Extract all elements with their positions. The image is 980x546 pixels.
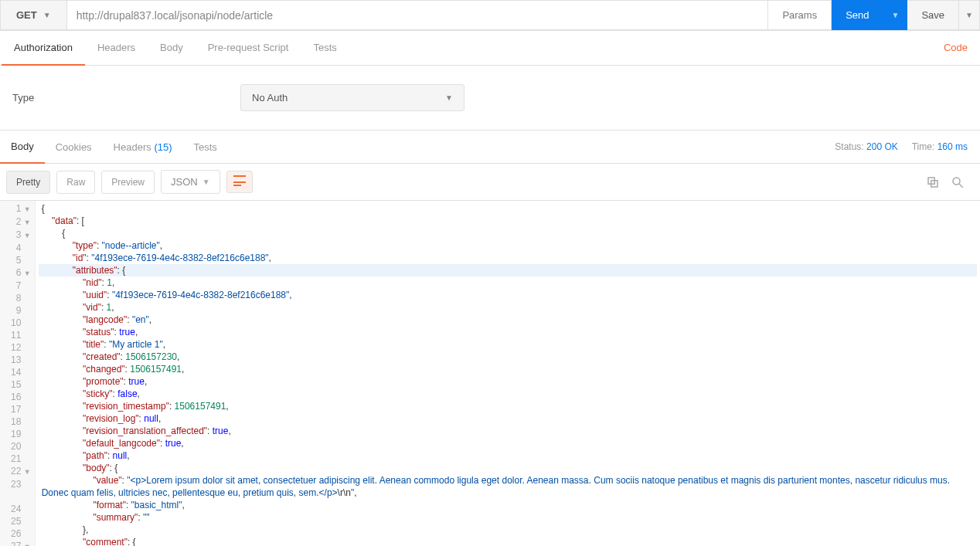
svg-point-2: [953, 178, 960, 185]
search-icon[interactable]: [951, 175, 965, 189]
response-code[interactable]: { "data": [ { "type": "node--article", "…: [36, 201, 980, 546]
tab-authorization[interactable]: Authorization: [2, 31, 85, 66]
request-tabs: Authorization Headers Body Pre-request S…: [0, 31, 980, 66]
chevron-down-icon: ▼: [445, 93, 453, 102]
auth-type-value: No Auth: [252, 92, 288, 103]
send-button[interactable]: Send: [832, 0, 883, 30]
method-select[interactable]: GET ▼: [0, 0, 67, 30]
auth-type-select[interactable]: No Auth ▼: [240, 84, 464, 111]
view-pretty[interactable]: Pretty: [6, 171, 50, 194]
tab-tests[interactable]: Tests: [301, 31, 349, 65]
view-preview[interactable]: Preview: [101, 171, 155, 194]
chevron-down-icon: ▼: [202, 178, 210, 186]
wrap-lines-button[interactable]: [226, 171, 253, 193]
chevron-down-icon: ▼: [965, 11, 973, 19]
resp-tab-headers[interactable]: Headers (15): [103, 131, 183, 163]
resp-tab-tests[interactable]: Tests: [183, 131, 228, 163]
response-tabs: Body Cookies Headers (15) Tests Status: …: [0, 131, 980, 164]
view-raw[interactable]: Raw: [56, 171, 95, 194]
save-button[interactable]: Save: [907, 0, 959, 30]
status-info: Status: 200 OK Time: 160 ms: [835, 141, 968, 152]
svg-line-3: [959, 184, 963, 188]
method-value: GET: [16, 9, 37, 21]
url-input[interactable]: http://drupal837.local/jsonapi/node/arti…: [67, 0, 769, 30]
request-bar: GET ▼ http://drupal837.local/jsonapi/nod…: [0, 0, 980, 31]
code-link[interactable]: Code: [944, 42, 968, 53]
line-gutter: 1 ▼2 ▼3 ▼4 5 6 ▼7 8 9 10 11 12 13 14 15 …: [0, 201, 36, 546]
wrap-icon: [233, 175, 246, 186]
auth-type-label: Type: [12, 92, 240, 103]
chevron-down-icon: ▼: [892, 11, 900, 19]
chevron-down-icon: ▼: [43, 11, 51, 19]
view-toolbar: Pretty Raw Preview JSON ▼: [0, 164, 980, 200]
save-dropdown[interactable]: ▼: [959, 0, 980, 30]
auth-panel: Type No Auth ▼: [0, 66, 980, 131]
params-button[interactable]: Params: [768, 0, 832, 30]
format-select[interactable]: JSON ▼: [161, 170, 220, 194]
resp-tab-cookies[interactable]: Cookies: [45, 131, 103, 163]
copy-icon[interactable]: [926, 175, 940, 189]
tab-body[interactable]: Body: [148, 31, 196, 65]
resp-tab-body[interactable]: Body: [0, 131, 45, 164]
send-dropdown[interactable]: ▼: [884, 0, 908, 30]
tab-headers[interactable]: Headers: [85, 31, 148, 65]
response-editor: 1 ▼2 ▼3 ▼4 5 6 ▼7 8 9 10 11 12 13 14 15 …: [0, 200, 980, 546]
tab-prerequest[interactable]: Pre-request Script: [196, 31, 301, 65]
